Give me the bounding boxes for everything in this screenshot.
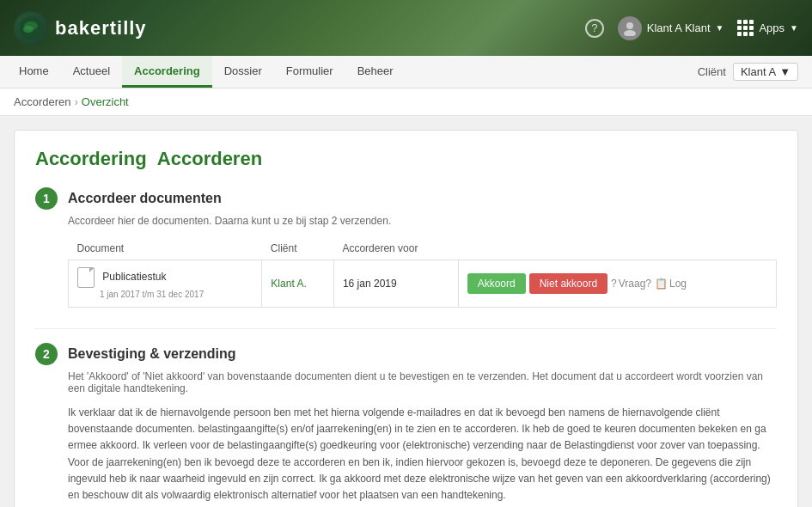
apps-area[interactable]: Apps ▼: [737, 20, 798, 36]
col-accorderen: Accorderen voor: [333, 237, 458, 260]
nav-item-dossier[interactable]: Dossier: [212, 56, 274, 88]
action-btns: Akkoord Niet akkoord ? Vraag? 📋 Log: [467, 273, 767, 294]
table-row: Publicatiestuk 1 jan 2017 t/m 31 dec 201…: [69, 260, 777, 308]
logo-icon: [14, 11, 48, 46]
step-2-desc: Het 'Akkoord' of 'Niet akkoord' van bove…: [68, 370, 777, 394]
step-1: 1 Accordeer documenten Accordeer hier de…: [35, 187, 777, 308]
step-2-number: 2: [35, 343, 58, 365]
step-2-title: Bevestiging & verzending: [68, 346, 236, 362]
step-2: 2 Bevestiging & verzending Het 'Akkoord'…: [35, 343, 777, 507]
akkoord-button[interactable]: Akkoord: [467, 273, 526, 294]
col-document: Document: [69, 237, 262, 260]
logo-area: bakertilly: [14, 11, 147, 46]
main-content: Accordering Accorderen 1 Accordeer docum…: [0, 116, 812, 507]
chevron-down-icon: ▼: [716, 23, 724, 33]
breadcrumb: Accorderen › Overzicht: [0, 89, 812, 116]
doc-table: Document Cliënt Accorderen voor Publicat…: [68, 237, 777, 308]
page-title-prefix: Accordering: [35, 148, 147, 169]
doc-icon: [77, 267, 95, 288]
doc-period: 1 jan 2017 t/m 31 dec 2017: [100, 290, 204, 299]
vraag-button[interactable]: ? Vraag?: [611, 278, 651, 290]
logo-text: bakertilly: [55, 17, 147, 40]
col-client: Cliënt: [262, 237, 334, 260]
actions-cell: Akkoord Niet akkoord ? Vraag? 📋 Log: [458, 260, 776, 308]
apps-label: Apps: [759, 21, 785, 34]
step-2-text: Ik verklaar dat ik de hiernavolgende per…: [68, 405, 777, 504]
accorderen-cell: 16 jan 2019: [333, 260, 458, 308]
nav-item-actueel[interactable]: Actueel: [61, 56, 122, 88]
step-2-body: Ik verklaar dat ik de hiernavolgende per…: [68, 405, 777, 507]
svg-point-3: [626, 22, 633, 29]
nav-item-accordering[interactable]: Accordering: [122, 56, 212, 88]
step-1-header: 1 Accordeer documenten: [35, 187, 777, 210]
page-title-main: Accorderen: [157, 148, 262, 169]
page-title: Accordering Accorderen: [35, 148, 777, 170]
help-icon[interactable]: ?: [585, 19, 604, 38]
page-card: Accordering Accorderen 1 Accordeer docum…: [14, 130, 798, 507]
apps-grid-icon: [737, 20, 754, 36]
breadcrumb-sep: ›: [74, 95, 77, 108]
svg-point-2: [23, 26, 34, 33]
svg-point-4: [624, 30, 636, 36]
user-area[interactable]: Klant A Klant ▼: [618, 16, 724, 40]
nav-bar: Home Actueel Accordering Dossier Formuli…: [0, 56, 812, 89]
client-label: Cliënt: [698, 65, 726, 78]
vraag-icon: ?: [611, 278, 617, 290]
apps-chevron-icon: ▼: [790, 23, 798, 33]
client-cell: Klant A.: [262, 260, 334, 308]
nav-item-home[interactable]: Home: [7, 56, 61, 88]
section-divider: [35, 328, 777, 329]
niet-akkoord-button[interactable]: Niet akkoord: [529, 273, 607, 294]
client-select-chevron: ▼: [779, 65, 791, 78]
step-2-header: 2 Bevestiging & verzending: [35, 343, 777, 365]
breadcrumb-accorderen[interactable]: Accorderen: [14, 95, 70, 108]
client-select[interactable]: Klant A ▼: [733, 63, 798, 81]
log-icon: 📋: [655, 278, 668, 290]
nav-item-beheer[interactable]: Beheer: [345, 56, 406, 88]
vraag-label: Vraag?: [619, 278, 651, 290]
nav-item-formulier[interactable]: Formulier: [274, 56, 345, 88]
step-1-title: Accordeer documenten: [68, 191, 222, 206]
doc-cell: Publicatiestuk 1 jan 2017 t/m 31 dec 201…: [69, 260, 262, 308]
breadcrumb-overzicht[interactable]: Overzicht: [82, 95, 129, 108]
doc-name: Publicatiestuk: [102, 271, 166, 283]
header: bakertilly ? Klant A Klant ▼ Apps ▼: [0, 0, 812, 56]
accorderen-date: 16 jan 2019: [343, 278, 397, 290]
user-name: Klant A Klant: [647, 21, 711, 34]
client-select-value: Klant A: [741, 65, 776, 78]
step-1-number: 1: [35, 187, 58, 210]
log-label: Log: [669, 278, 687, 290]
client-link[interactable]: Klant A.: [271, 278, 306, 290]
step-1-desc: Accordeer hier de documenten. Daarna kun…: [68, 215, 777, 227]
avatar: [618, 16, 642, 40]
log-button[interactable]: 📋 Log: [655, 278, 687, 290]
col-actions: [458, 237, 776, 260]
